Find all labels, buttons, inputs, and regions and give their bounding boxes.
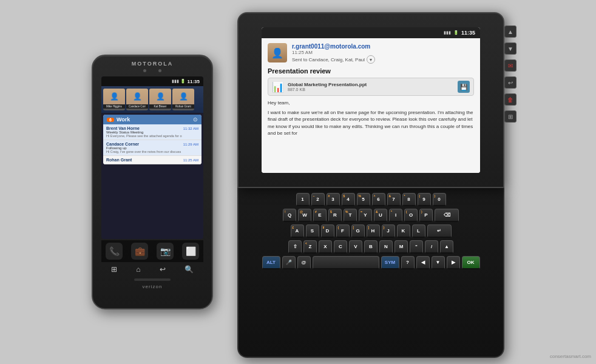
key-3[interactable]: #3 — [327, 193, 340, 206]
left-status-bar: ▮▮▮ 🔋 11:35 — [101, 76, 203, 86]
key-shift[interactable]: ⇧ — [288, 240, 302, 254]
key-v[interactable]: V — [349, 240, 362, 254]
key-t[interactable]: %T — [344, 209, 357, 222]
email-preview-2: Hi Craig, I've gone over the notes from … — [106, 150, 198, 153]
key-c[interactable]: C — [334, 240, 347, 254]
key-r[interactable]: $R — [328, 209, 342, 222]
email-from-section: 👤 r.grant0011@motorola.com 11:25 AM Sent… — [268, 43, 474, 64]
attachment-box[interactable]: 📊 Global Marketing Presentation.ppt 887.… — [268, 78, 474, 96]
side-back-button[interactable]: ↩ — [504, 76, 516, 89]
email-item-1[interactable]: Brent Van Horne 11:32 AM Weekly Status M… — [103, 124, 201, 140]
key-w[interactable]: @W — [298, 209, 311, 222]
key-slash[interactable]: / — [425, 240, 438, 254]
key-f[interactable]: {F — [336, 224, 350, 238]
key-m[interactable]: M — [395, 240, 408, 254]
search-nav-button[interactable]: 🔍 — [185, 265, 194, 274]
apps-nav-button[interactable]: ⊞ — [111, 265, 117, 274]
right-phone-screen: ▮▮▮ 🔋 11:35 👤 r.grant0011@motorola.com 1… — [262, 27, 480, 173]
key-q[interactable]: !Q — [283, 209, 296, 222]
key-8[interactable]: *8 — [402, 193, 416, 206]
email-item-3-header: Rohan Grant 11:25 AM — [106, 158, 198, 162]
left-carrier-logo: verizon — [143, 284, 163, 289]
key-7[interactable]: &7 — [387, 193, 401, 206]
key-a[interactable]: £A — [291, 224, 304, 238]
key-2[interactable]: ~2 — [311, 193, 325, 206]
key-g[interactable]: [G — [351, 224, 365, 238]
side-email-button[interactable]: ✉ — [504, 59, 516, 72]
key-u[interactable]: &U — [374, 209, 387, 222]
email-detail-view: 👤 r.grant0011@motorola.com 11:25 AM Sent… — [262, 38, 480, 173]
keyboard-row-zxcv: ⇧ <Z X C V B N M " / ▲ — [246, 240, 496, 254]
save-attachment-button[interactable]: 💾 — [458, 81, 470, 93]
key-y[interactable]: =Y — [359, 209, 372, 222]
side-up-button[interactable]: ▲ — [504, 25, 516, 38]
dock-apps-icon[interactable]: ⬜ — [182, 243, 199, 260]
key-question[interactable]: ? — [401, 256, 415, 269]
email-meta: r.grant0011@motorola.com 11:25 AM Sent t… — [292, 43, 474, 64]
key-ok[interactable]: OK — [462, 256, 480, 269]
key-h[interactable]: ]H — [367, 224, 380, 238]
left-status-time: 11:35 — [188, 79, 200, 84]
left-phone-screen: ▮▮▮ 🔋 11:35 👤 Mike Higgins 👤 Candace Cor… — [101, 76, 203, 239]
key-space[interactable] — [313, 256, 379, 269]
key-quote[interactable]: " — [410, 240, 423, 254]
email-expand-button[interactable]: ⊙ — [193, 116, 198, 123]
phone-left: MOTOROLA ▮▮▮ 🔋 11:35 👤 Mike Higgins — [92, 55, 213, 309]
key-o[interactable]: (O — [404, 209, 418, 222]
expand-recipients-button[interactable]: ▼ — [367, 55, 375, 64]
dock-phone-icon[interactable]: 📞 — [106, 243, 123, 260]
key-b[interactable]: B — [364, 240, 378, 254]
email-time-3: 11:25 AM — [183, 158, 198, 162]
key-4[interactable]: $4 — [342, 193, 355, 206]
key-k[interactable]: K — [397, 224, 410, 238]
contact-face-1: 👤 — [103, 89, 125, 104]
email-item-3[interactable]: Rohan Grant 11:25 AM — [103, 156, 201, 164]
dock-work-icon[interactable]: 💼 — [131, 243, 148, 260]
contact-thumb-3[interactable]: 👤 Kat Bleser — [149, 89, 171, 110]
email-item-2[interactable]: Candace Corner 11:29 AM Following up Hi … — [103, 140, 201, 156]
back-nav-button[interactable]: ↩ — [160, 265, 166, 274]
contact-thumb-1[interactable]: 👤 Mike Higgins — [103, 89, 125, 110]
right-battery-icon: 🔋 — [453, 30, 459, 35]
key-right[interactable]: ▶ — [447, 256, 460, 269]
key-alt[interactable]: ALT — [262, 256, 280, 269]
key-enter[interactable]: ↵ — [427, 224, 452, 238]
side-delete-button[interactable]: 🗑 — [504, 93, 516, 106]
key-l[interactable]: L — [412, 224, 425, 238]
key-5[interactable]: %5 — [357, 193, 370, 206]
email-from-address: r.grant0011@motorola.com — [292, 43, 474, 50]
right-status-bar: ▮▮▮ 🔋 11:35 — [262, 27, 480, 38]
key-1[interactable]: 1 — [296, 193, 310, 206]
key-9[interactable]: (9 — [418, 193, 431, 206]
phones-container: MOTOROLA ▮▮▮ 🔋 11:35 👤 Mike Higgins — [92, 12, 504, 352]
home-nav-button[interactable]: ⌂ — [136, 265, 140, 274]
key-down[interactable]: ▼ — [432, 256, 445, 269]
key-i[interactable]: *I — [389, 209, 402, 222]
left-phone-top: MOTOROLA — [93, 56, 212, 76]
key-at-symbol[interactable]: @ — [297, 256, 311, 269]
key-sym[interactable]: SYM — [381, 256, 399, 269]
key-0[interactable]: )0 — [433, 193, 446, 206]
key-x[interactable]: X — [319, 240, 332, 254]
key-d[interactable]: ¥D — [321, 224, 334, 238]
side-apps-button[interactable]: ⊞ — [504, 110, 516, 123]
key-6[interactable]: ^6 — [372, 193, 385, 206]
side-down-button[interactable]: ▼ — [504, 42, 516, 55]
email-to-line: Sent to Candace, Craig, Kat, Paul ▼ — [292, 55, 474, 64]
key-mic[interactable]: 🎤 — [282, 256, 296, 269]
key-e[interactable]: #E — [313, 209, 327, 222]
key-backspace[interactable]: ⌫ — [435, 209, 459, 222]
phone-right: ▲ ▼ ✉ ↩ 🗑 ⊞ ▮▮▮ 🔋 11:35 👤 — [237, 12, 504, 352]
contact-name-3: Kat Bleser — [149, 104, 171, 109]
key-p[interactable]: )P — [419, 209, 433, 222]
key-n[interactable]: N — [379, 240, 393, 254]
contact-thumb-4[interactable]: 👤 Rohan Grant — [172, 89, 194, 110]
key-z[interactable]: <Z — [303, 240, 317, 254]
dock-camera-icon[interactable]: 📷 — [157, 243, 174, 260]
right-status-time: 11:35 — [461, 30, 475, 36]
key-left[interactable]: ◀ — [416, 256, 430, 269]
contact-thumb-2[interactable]: 👤 Candace Corr — [126, 89, 148, 110]
key-j[interactable]: }J — [382, 224, 395, 238]
key-s[interactable]: S — [306, 224, 319, 238]
key-up[interactable]: ▲ — [440, 240, 453, 254]
